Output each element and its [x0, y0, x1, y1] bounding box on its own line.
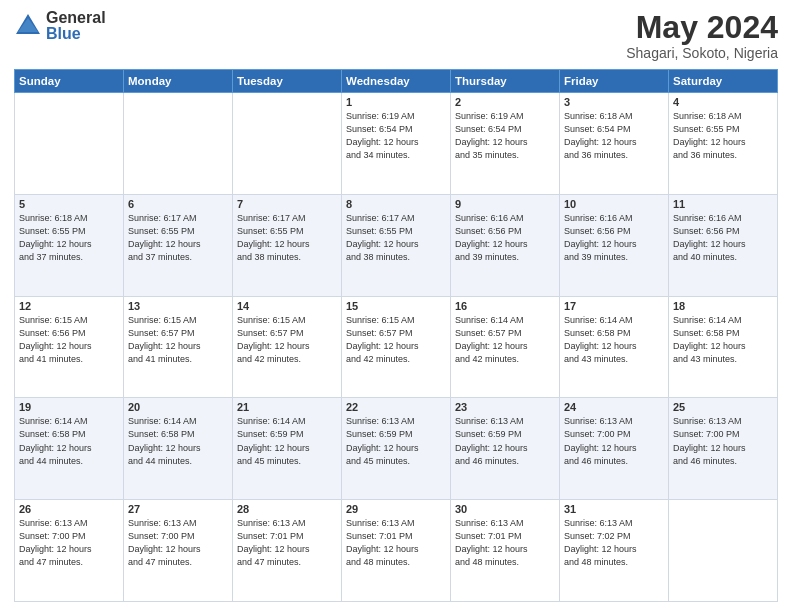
day-number: 29: [346, 503, 446, 515]
day-number: 7: [237, 198, 337, 210]
day-number: 18: [673, 300, 773, 312]
day-number: 9: [455, 198, 555, 210]
calendar-day-header: Saturday: [669, 70, 778, 93]
calendar-cell: 16Sunrise: 6:14 AMSunset: 6:57 PMDayligh…: [451, 296, 560, 398]
calendar-cell: 3Sunrise: 6:18 AMSunset: 6:54 PMDaylight…: [560, 93, 669, 195]
calendar-day-header: Tuesday: [233, 70, 342, 93]
day-info: Sunrise: 6:15 AMSunset: 6:57 PMDaylight:…: [237, 314, 337, 366]
day-info: Sunrise: 6:13 AMSunset: 7:00 PMDaylight:…: [128, 517, 228, 569]
day-info: Sunrise: 6:19 AMSunset: 6:54 PMDaylight:…: [346, 110, 446, 162]
day-info: Sunrise: 6:13 AMSunset: 7:00 PMDaylight:…: [19, 517, 119, 569]
day-info: Sunrise: 6:13 AMSunset: 7:00 PMDaylight:…: [673, 415, 773, 467]
header: General Blue May 2024 Shagari, Sokoto, N…: [14, 10, 778, 61]
day-number: 23: [455, 401, 555, 413]
day-info: Sunrise: 6:14 AMSunset: 6:58 PMDaylight:…: [673, 314, 773, 366]
calendar-cell: 29Sunrise: 6:13 AMSunset: 7:01 PMDayligh…: [342, 500, 451, 602]
day-number: 12: [19, 300, 119, 312]
day-number: 8: [346, 198, 446, 210]
calendar-cell: 7Sunrise: 6:17 AMSunset: 6:55 PMDaylight…: [233, 194, 342, 296]
calendar-week-row: 1Sunrise: 6:19 AMSunset: 6:54 PMDaylight…: [15, 93, 778, 195]
day-info: Sunrise: 6:13 AMSunset: 6:59 PMDaylight:…: [455, 415, 555, 467]
calendar-cell: 20Sunrise: 6:14 AMSunset: 6:58 PMDayligh…: [124, 398, 233, 500]
day-number: 3: [564, 96, 664, 108]
calendar-cell: 15Sunrise: 6:15 AMSunset: 6:57 PMDayligh…: [342, 296, 451, 398]
day-info: Sunrise: 6:13 AMSunset: 7:00 PMDaylight:…: [564, 415, 664, 467]
calendar-cell: 12Sunrise: 6:15 AMSunset: 6:56 PMDayligh…: [15, 296, 124, 398]
day-number: 13: [128, 300, 228, 312]
logo-blue-text: Blue: [46, 26, 106, 42]
day-number: 1: [346, 96, 446, 108]
day-number: 17: [564, 300, 664, 312]
calendar-table: SundayMondayTuesdayWednesdayThursdayFrid…: [14, 69, 778, 602]
day-info: Sunrise: 6:19 AMSunset: 6:54 PMDaylight:…: [455, 110, 555, 162]
calendar-cell: 8Sunrise: 6:17 AMSunset: 6:55 PMDaylight…: [342, 194, 451, 296]
calendar-cell: 27Sunrise: 6:13 AMSunset: 7:00 PMDayligh…: [124, 500, 233, 602]
main-title: May 2024: [626, 10, 778, 45]
day-info: Sunrise: 6:14 AMSunset: 6:59 PMDaylight:…: [237, 415, 337, 467]
calendar-day-header: Sunday: [15, 70, 124, 93]
day-info: Sunrise: 6:16 AMSunset: 6:56 PMDaylight:…: [455, 212, 555, 264]
day-number: 15: [346, 300, 446, 312]
calendar-cell: 10Sunrise: 6:16 AMSunset: 6:56 PMDayligh…: [560, 194, 669, 296]
calendar-cell: 22Sunrise: 6:13 AMSunset: 6:59 PMDayligh…: [342, 398, 451, 500]
day-info: Sunrise: 6:16 AMSunset: 6:56 PMDaylight:…: [673, 212, 773, 264]
calendar-cell: 25Sunrise: 6:13 AMSunset: 7:00 PMDayligh…: [669, 398, 778, 500]
calendar-cell: [233, 93, 342, 195]
calendar-cell: 5Sunrise: 6:18 AMSunset: 6:55 PMDaylight…: [15, 194, 124, 296]
logo-general-text: General: [46, 10, 106, 26]
calendar-day-header: Monday: [124, 70, 233, 93]
calendar-week-row: 19Sunrise: 6:14 AMSunset: 6:58 PMDayligh…: [15, 398, 778, 500]
calendar-cell: 1Sunrise: 6:19 AMSunset: 6:54 PMDaylight…: [342, 93, 451, 195]
day-info: Sunrise: 6:13 AMSunset: 7:01 PMDaylight:…: [346, 517, 446, 569]
calendar-cell: [669, 500, 778, 602]
calendar-cell: 17Sunrise: 6:14 AMSunset: 6:58 PMDayligh…: [560, 296, 669, 398]
day-number: 21: [237, 401, 337, 413]
day-info: Sunrise: 6:14 AMSunset: 6:58 PMDaylight:…: [128, 415, 228, 467]
calendar-cell: 24Sunrise: 6:13 AMSunset: 7:00 PMDayligh…: [560, 398, 669, 500]
day-number: 6: [128, 198, 228, 210]
calendar-cell: 26Sunrise: 6:13 AMSunset: 7:00 PMDayligh…: [15, 500, 124, 602]
calendar-cell: 23Sunrise: 6:13 AMSunset: 6:59 PMDayligh…: [451, 398, 560, 500]
calendar-cell: 18Sunrise: 6:14 AMSunset: 6:58 PMDayligh…: [669, 296, 778, 398]
calendar-cell: 21Sunrise: 6:14 AMSunset: 6:59 PMDayligh…: [233, 398, 342, 500]
day-number: 10: [564, 198, 664, 210]
day-number: 25: [673, 401, 773, 413]
calendar-day-header: Wednesday: [342, 70, 451, 93]
calendar-cell: [15, 93, 124, 195]
logo: General Blue: [14, 10, 106, 42]
day-number: 16: [455, 300, 555, 312]
page: General Blue May 2024 Shagari, Sokoto, N…: [0, 0, 792, 612]
day-info: Sunrise: 6:17 AMSunset: 6:55 PMDaylight:…: [128, 212, 228, 264]
day-number: 28: [237, 503, 337, 515]
calendar-cell: 31Sunrise: 6:13 AMSunset: 7:02 PMDayligh…: [560, 500, 669, 602]
day-number: 14: [237, 300, 337, 312]
calendar-week-row: 5Sunrise: 6:18 AMSunset: 6:55 PMDaylight…: [15, 194, 778, 296]
calendar-cell: 4Sunrise: 6:18 AMSunset: 6:55 PMDaylight…: [669, 93, 778, 195]
day-info: Sunrise: 6:13 AMSunset: 7:01 PMDaylight:…: [237, 517, 337, 569]
title-block: May 2024 Shagari, Sokoto, Nigeria: [626, 10, 778, 61]
calendar-cell: 11Sunrise: 6:16 AMSunset: 6:56 PMDayligh…: [669, 194, 778, 296]
day-info: Sunrise: 6:14 AMSunset: 6:58 PMDaylight:…: [19, 415, 119, 467]
logo-text: General Blue: [46, 10, 106, 42]
day-info: Sunrise: 6:13 AMSunset: 6:59 PMDaylight:…: [346, 415, 446, 467]
calendar-day-header: Friday: [560, 70, 669, 93]
day-info: Sunrise: 6:15 AMSunset: 6:57 PMDaylight:…: [346, 314, 446, 366]
calendar-cell: 30Sunrise: 6:13 AMSunset: 7:01 PMDayligh…: [451, 500, 560, 602]
location-subtitle: Shagari, Sokoto, Nigeria: [626, 45, 778, 61]
day-number: 22: [346, 401, 446, 413]
day-info: Sunrise: 6:18 AMSunset: 6:55 PMDaylight:…: [19, 212, 119, 264]
day-number: 5: [19, 198, 119, 210]
calendar-week-row: 26Sunrise: 6:13 AMSunset: 7:00 PMDayligh…: [15, 500, 778, 602]
day-number: 31: [564, 503, 664, 515]
day-info: Sunrise: 6:17 AMSunset: 6:55 PMDaylight:…: [237, 212, 337, 264]
day-info: Sunrise: 6:13 AMSunset: 7:02 PMDaylight:…: [564, 517, 664, 569]
day-number: 11: [673, 198, 773, 210]
svg-marker-1: [18, 18, 38, 32]
day-number: 27: [128, 503, 228, 515]
calendar-cell: [124, 93, 233, 195]
day-number: 20: [128, 401, 228, 413]
calendar-cell: 19Sunrise: 6:14 AMSunset: 6:58 PMDayligh…: [15, 398, 124, 500]
day-info: Sunrise: 6:14 AMSunset: 6:57 PMDaylight:…: [455, 314, 555, 366]
logo-icon: [14, 12, 42, 40]
calendar-header-row: SundayMondayTuesdayWednesdayThursdayFrid…: [15, 70, 778, 93]
